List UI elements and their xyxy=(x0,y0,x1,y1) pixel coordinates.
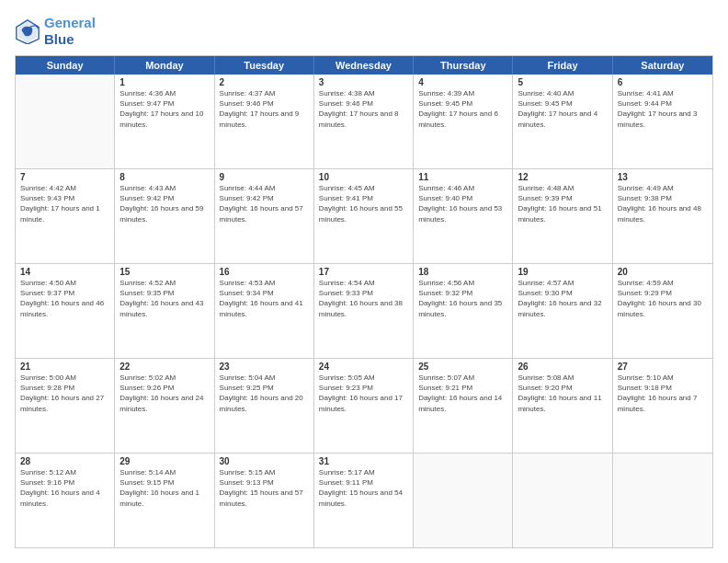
day-number: 3 xyxy=(319,77,408,87)
day-number: 15 xyxy=(119,267,209,277)
day-number: 12 xyxy=(518,172,607,182)
day-cell-31: 31Sunrise: 5:17 AMSunset: 9:11 PMDayligh… xyxy=(314,454,414,547)
daylight-text: Daylight: 17 hours and 3 minutes. xyxy=(618,109,708,129)
calendar-row-3: 14Sunrise: 4:50 AMSunset: 9:37 PMDayligh… xyxy=(16,263,712,358)
sunrise-text: Sunrise: 4:41 AM xyxy=(618,88,708,98)
daylight-text: Daylight: 16 hours and 48 minutes. xyxy=(618,203,708,224)
daylight-text: Daylight: 16 hours and 7 minutes. xyxy=(618,393,708,413)
daylight-text: Daylight: 16 hours and 43 minutes. xyxy=(119,298,209,318)
day-number: 20 xyxy=(618,267,708,277)
daylight-text: Daylight: 16 hours and 17 minutes. xyxy=(319,393,408,413)
day-cell-3: 3Sunrise: 4:38 AMSunset: 9:46 PMDaylight… xyxy=(314,75,414,168)
day-cell-12: 12Sunrise: 4:48 AMSunset: 9:39 PMDayligh… xyxy=(513,169,612,263)
day-number: 16 xyxy=(220,267,309,277)
day-cell-5: 5Sunrise: 4:40 AMSunset: 9:45 PMDaylight… xyxy=(513,75,612,168)
sunset-text: Sunset: 9:41 PM xyxy=(319,193,408,203)
sunset-text: Sunset: 9:47 PM xyxy=(119,98,209,109)
sunrise-text: Sunrise: 4:49 AM xyxy=(618,183,708,193)
daylight-text: Daylight: 15 hours and 54 minutes. xyxy=(319,488,408,508)
daylight-text: Daylight: 16 hours and 20 minutes. xyxy=(220,393,309,413)
sunset-text: Sunset: 9:29 PM xyxy=(618,288,708,298)
day-cell-15: 15Sunrise: 4:52 AMSunset: 9:35 PMDayligh… xyxy=(115,264,214,358)
daylight-text: Daylight: 16 hours and 46 minutes. xyxy=(20,298,109,318)
empty-cell xyxy=(513,454,612,547)
daylight-text: Daylight: 16 hours and 35 minutes. xyxy=(418,298,507,318)
daylight-text: Daylight: 16 hours and 1 minute. xyxy=(119,488,209,508)
daylight-text: Daylight: 17 hours and 10 minutes. xyxy=(119,109,209,129)
calendar-header: SundayMondayTuesdayWednesdayThursdayFrid… xyxy=(16,56,712,75)
day-cell-27: 27Sunrise: 5:10 AMSunset: 9:18 PMDayligh… xyxy=(613,359,712,453)
day-number: 17 xyxy=(319,267,408,277)
daylight-text: Daylight: 16 hours and 27 minutes. xyxy=(20,393,109,413)
sunrise-text: Sunrise: 4:44 AM xyxy=(220,183,309,193)
empty-cell xyxy=(613,454,712,547)
sunrise-text: Sunrise: 4:56 AM xyxy=(418,278,507,288)
sunrise-text: Sunrise: 4:50 AM xyxy=(20,278,109,288)
sunset-text: Sunset: 9:32 PM xyxy=(418,288,507,298)
sunset-text: Sunset: 9:42 PM xyxy=(119,193,209,203)
day-cell-25: 25Sunrise: 5:07 AMSunset: 9:21 PMDayligh… xyxy=(414,359,513,453)
daylight-text: Daylight: 16 hours and 55 minutes. xyxy=(319,203,408,224)
day-number: 14 xyxy=(20,267,109,277)
day-cell-19: 19Sunrise: 4:57 AMSunset: 9:30 PMDayligh… xyxy=(513,264,612,358)
sunset-text: Sunset: 9:21 PM xyxy=(418,383,507,393)
sunrise-text: Sunrise: 4:37 AM xyxy=(220,88,309,98)
sunrise-text: Sunrise: 4:42 AM xyxy=(20,183,109,193)
daylight-text: Daylight: 17 hours and 4 minutes. xyxy=(518,109,607,129)
logo-text: General Blue xyxy=(44,15,96,48)
sunset-text: Sunset: 9:26 PM xyxy=(119,383,209,393)
day-number: 30 xyxy=(220,456,309,466)
weekday-header-monday: Monday xyxy=(115,56,214,75)
sunset-text: Sunset: 9:45 PM xyxy=(418,98,507,109)
sunset-text: Sunset: 9:38 PM xyxy=(618,193,708,203)
calendar-row-1: 1Sunrise: 4:36 AMSunset: 9:47 PMDaylight… xyxy=(16,75,712,168)
daylight-text: Daylight: 16 hours and 51 minutes. xyxy=(518,203,607,224)
sunset-text: Sunset: 9:15 PM xyxy=(119,477,209,488)
day-cell-7: 7Sunrise: 4:42 AMSunset: 9:43 PMDaylight… xyxy=(16,169,115,263)
day-number: 8 xyxy=(119,172,209,182)
day-number: 25 xyxy=(418,362,507,372)
sunset-text: Sunset: 9:40 PM xyxy=(418,193,507,203)
weekday-header-thursday: Thursday xyxy=(414,56,513,75)
day-cell-30: 30Sunrise: 5:15 AMSunset: 9:13 PMDayligh… xyxy=(215,454,314,547)
day-cell-16: 16Sunrise: 4:53 AMSunset: 9:34 PMDayligh… xyxy=(215,264,314,358)
sunrise-text: Sunrise: 5:10 AM xyxy=(618,373,708,383)
day-number: 11 xyxy=(418,172,507,182)
calendar-row-2: 7Sunrise: 4:42 AMSunset: 9:43 PMDaylight… xyxy=(16,168,712,263)
sunrise-text: Sunrise: 5:15 AM xyxy=(220,467,309,477)
calendar-row-5: 28Sunrise: 5:12 AMSunset: 9:16 PMDayligh… xyxy=(16,453,712,547)
sunset-text: Sunset: 9:11 PM xyxy=(319,477,408,488)
day-cell-10: 10Sunrise: 4:45 AMSunset: 9:41 PMDayligh… xyxy=(314,169,414,263)
daylight-text: Daylight: 16 hours and 53 minutes. xyxy=(418,203,507,224)
day-number: 28 xyxy=(20,456,109,466)
day-number: 22 xyxy=(119,362,209,372)
day-cell-2: 2Sunrise: 4:37 AMSunset: 9:46 PMDaylight… xyxy=(215,75,314,168)
sunset-text: Sunset: 9:46 PM xyxy=(220,98,309,109)
day-number: 2 xyxy=(220,77,309,87)
sunrise-text: Sunrise: 4:40 AM xyxy=(518,88,607,98)
sunrise-text: Sunrise: 4:36 AM xyxy=(119,88,209,98)
day-cell-6: 6Sunrise: 4:41 AMSunset: 9:44 PMDaylight… xyxy=(613,75,712,168)
sunrise-text: Sunrise: 4:53 AM xyxy=(220,278,309,288)
daylight-text: Daylight: 16 hours and 24 minutes. xyxy=(119,393,209,413)
day-number: 4 xyxy=(418,77,507,87)
sunset-text: Sunset: 9:18 PM xyxy=(618,383,708,393)
day-cell-20: 20Sunrise: 4:59 AMSunset: 9:29 PMDayligh… xyxy=(613,264,712,358)
sunset-text: Sunset: 9:28 PM xyxy=(20,383,109,393)
day-cell-9: 9Sunrise: 4:44 AMSunset: 9:42 PMDaylight… xyxy=(215,169,314,263)
logo: General Blue xyxy=(15,15,96,48)
day-number: 29 xyxy=(119,456,209,466)
day-number: 5 xyxy=(518,77,607,87)
day-cell-18: 18Sunrise: 4:56 AMSunset: 9:32 PMDayligh… xyxy=(414,264,513,358)
sunrise-text: Sunrise: 4:43 AM xyxy=(119,183,209,193)
day-number: 31 xyxy=(319,456,408,466)
sunset-text: Sunset: 9:20 PM xyxy=(518,383,607,393)
day-cell-26: 26Sunrise: 5:08 AMSunset: 9:20 PMDayligh… xyxy=(513,359,612,453)
day-cell-21: 21Sunrise: 5:00 AMSunset: 9:28 PMDayligh… xyxy=(16,359,115,453)
day-number: 26 xyxy=(518,362,607,372)
day-number: 18 xyxy=(418,267,507,277)
sunrise-text: Sunrise: 5:12 AM xyxy=(20,467,109,477)
daylight-text: Daylight: 17 hours and 1 minute. xyxy=(20,203,109,224)
sunset-text: Sunset: 9:45 PM xyxy=(518,98,607,109)
sunrise-text: Sunrise: 5:17 AM xyxy=(319,467,408,477)
